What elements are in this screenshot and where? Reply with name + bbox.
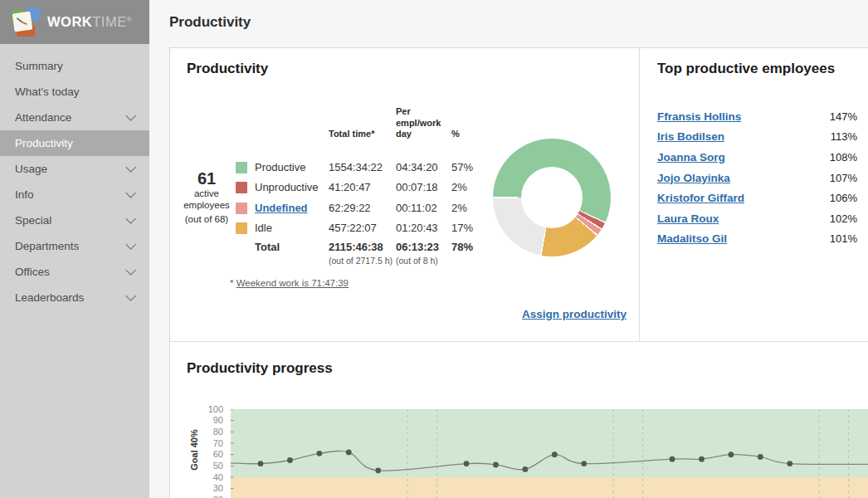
productivity-progress-title: Productivity progress [187, 360, 333, 377]
category-label: Productive [255, 159, 305, 176]
productivity-panel-title: Productivity [187, 61, 268, 77]
sidebar-header: WORKTIME® [0, 0, 149, 44]
sidebar-item-label: Productivity [15, 137, 133, 149]
chevron-down-icon [125, 110, 136, 121]
employee-link[interactable]: Kristofor Giffard [657, 192, 744, 204]
sidebar-nav: SummaryWhat's todayAttendanceProductivit… [0, 44, 149, 310]
progress-line-chart [231, 409, 868, 498]
data-point [699, 456, 705, 462]
legend-swatch [236, 203, 247, 214]
data-point [758, 454, 763, 460]
y-tick-label: 40 [195, 472, 223, 483]
data-point [464, 461, 470, 466]
productivity-progress-panel: Productivity progress Goal 40% 100908070… [170, 341, 868, 498]
sidebar-item-offices[interactable]: Offices [0, 259, 149, 285]
employee-percent: 113% [831, 130, 857, 143]
percent-value: 17% [451, 220, 473, 237]
donut-hole [521, 167, 583, 228]
employee-row: Ffransis Hollins147% [657, 106, 857, 127]
data-point [581, 461, 587, 466]
legend-swatch [236, 162, 247, 173]
sidebar-item-label: Leaderboards [15, 291, 125, 304]
data-point [493, 462, 499, 468]
sidebar-item-info[interactable]: Info [0, 182, 149, 208]
sidebar-item-label: Summary [15, 60, 133, 72]
employee-link[interactable]: Ffransis Hollins [657, 110, 741, 123]
category-label: Idle [255, 220, 272, 237]
total-time-value: 1554:34:22 [329, 159, 383, 176]
top-employees-panel: Top productive employees Ffransis Hollin… [641, 48, 868, 341]
data-point [522, 466, 528, 472]
percent-value: 2% [451, 179, 467, 196]
employee-percent: 101% [830, 232, 857, 245]
data-point [670, 456, 675, 462]
percent-value: 57% [451, 159, 473, 176]
employee-row: Madalitso Gil101% [657, 229, 857, 250]
sidebar-item-label: Usage [15, 163, 125, 175]
sidebar-item-label: What's today [15, 85, 133, 98]
total-time-value: 457:22:07 [329, 220, 377, 237]
per-day-value: 01:20:43 [396, 220, 438, 237]
worktime-logo-text: WORKTIME® [47, 14, 132, 30]
y-tick-label: 100 [195, 404, 223, 415]
employee-link[interactable]: Madalitso Gil [657, 232, 727, 245]
total-time-value: 41:20:47 [329, 179, 371, 196]
y-tick-label: 90 [195, 415, 223, 426]
employee-link[interactable]: Laura Roux [657, 212, 719, 225]
sidebar-item-departments[interactable]: Departments [0, 233, 149, 259]
productivity-panel: Productivity 61 active employees (out of… [170, 48, 640, 341]
column-header-per-day: Per empl/work day [396, 106, 447, 140]
total-label: Total [255, 239, 280, 256]
data-point [728, 452, 734, 457]
employee-row: Kristofor Giffard106% [657, 188, 857, 208]
weekend-work-link[interactable]: Weekend work is 71:47:39 [237, 278, 349, 288]
category-link[interactable]: Undefined [255, 200, 308, 217]
sidebar-item-label: Attendance [15, 111, 125, 124]
sidebar-item-label: Special [15, 214, 125, 227]
employee-link[interactable]: Iris Bodilsen [657, 130, 724, 143]
employee-row: Laura Roux102% [657, 208, 857, 229]
total-per-day-sub: (out of 8 h) [396, 252, 438, 269]
chevron-down-icon [125, 239, 136, 250]
data-point [375, 467, 381, 473]
sidebar-item-what-s-today[interactable]: What's today [0, 79, 149, 105]
chevron-down-icon [125, 162, 136, 173]
employee-link[interactable]: Jojo Olayinka [657, 172, 730, 184]
y-tick-label: 30 [195, 483, 223, 494]
y-tick-label: 60 [195, 449, 223, 460]
sidebar-item-leaderboards[interactable]: Leaderboards [0, 285, 149, 310]
data-point [552, 452, 558, 457]
goal-band [231, 409, 868, 477]
data-point [346, 450, 352, 456]
sidebar-item-label: Info [15, 188, 125, 201]
sidebar-item-productivity[interactable]: Productivity [0, 130, 149, 156]
data-point [787, 461, 792, 466]
sidebar-item-label: Offices [15, 266, 125, 278]
chevron-down-icon [125, 213, 136, 224]
sidebar-item-summary[interactable]: Summary [0, 53, 149, 79]
legend-swatch [236, 222, 247, 234]
worktime-logo-icon [12, 7, 40, 37]
employee-link[interactable]: Joanna Sorg [657, 151, 725, 164]
per-day-value: 00:11:02 [396, 200, 437, 217]
column-header-percent: % [451, 129, 460, 140]
sidebar-item-attendance[interactable]: Attendance [0, 105, 149, 130]
sidebar-item-special[interactable]: Special [0, 208, 149, 233]
top-employees-title: Top productive employees [657, 61, 835, 77]
employee-percent: 107% [830, 172, 857, 184]
sidebar-item-label: Departments [15, 240, 125, 252]
per-day-value: 00:07:18 [396, 179, 438, 196]
employee-row: Iris Bodilsen113% [657, 127, 857, 148]
sidebar-item-usage[interactable]: Usage [0, 156, 149, 182]
y-tick-label: 20 [195, 495, 223, 498]
productivity-donut-chart [493, 139, 611, 256]
clock-hands-icon [12, 12, 33, 32]
total-percent-value: 78% [451, 239, 473, 256]
employee-row: Jojo Olayinka107% [657, 168, 857, 188]
legend-swatch [236, 182, 247, 193]
sidebar: WORKTIME® SummaryWhat's todayAttendanceP… [0, 0, 149, 498]
chevron-down-icon [125, 290, 136, 301]
dashboard-card: Productivity 61 active employees (out of… [169, 47, 868, 498]
assign-productivity-link[interactable]: Assign productivity [522, 308, 627, 320]
total-time-value: 62:29:22 [329, 200, 371, 217]
